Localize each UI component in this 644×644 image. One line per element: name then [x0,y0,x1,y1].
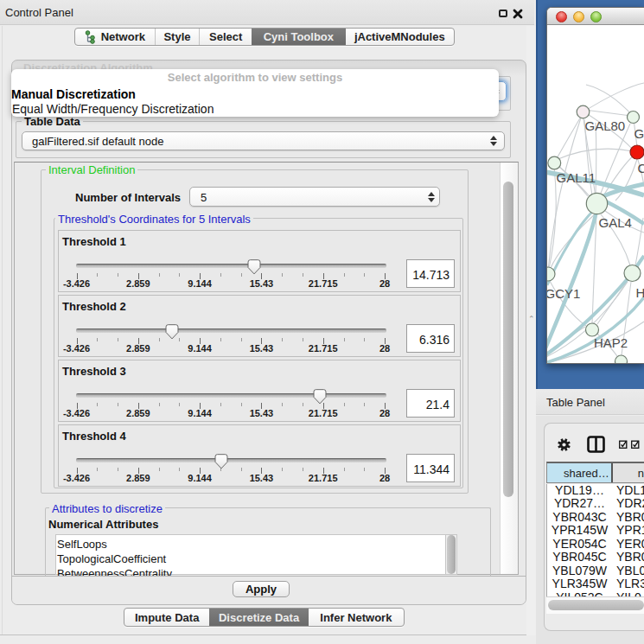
svg-text:HA: HA [636,285,644,300]
svg-text:GAL4: GAL4 [599,215,632,230]
svg-text:C…: C… [638,161,644,175]
svg-text:GAL80: GAL80 [585,118,626,133]
svg-text:HAP2: HAP2 [594,335,628,350]
svg-text:GAL11: GAL11 [557,170,596,185]
svg-text:GCY1: GCY1 [547,286,580,301]
svg-text:GAL…: GAL… [634,126,644,141]
